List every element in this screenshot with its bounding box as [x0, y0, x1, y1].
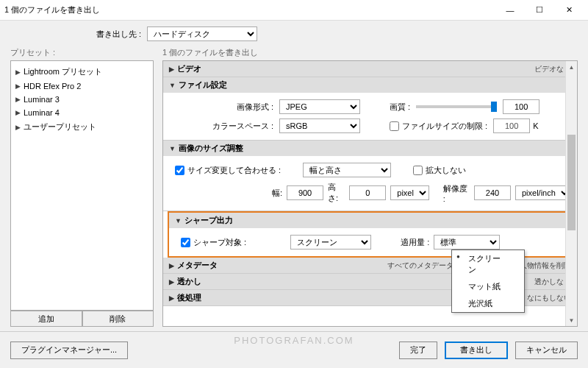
colorspace-select[interactable]: sRGB — [279, 118, 360, 133]
quality-input[interactable] — [503, 99, 539, 114]
preset-item[interactable]: ▶HDR Efex Pro 2 — [14, 79, 150, 93]
scroll-up-icon[interactable]: ▲ — [566, 61, 577, 73]
resolution-input[interactable] — [474, 185, 511, 200]
destination-row: 書き出し先 : ハードディスク — [0, 21, 588, 47]
panel-head[interactable]: ▼ファイル設定 — [163, 77, 577, 93]
expand-icon: ▶ — [15, 124, 21, 131]
add-preset-button[interactable]: 追加 — [10, 311, 82, 327]
vertical-scrollbar[interactable]: ▲ ▼ — [565, 61, 577, 326]
sharpen-checkbox[interactable]: シャープ対象 : — [181, 237, 246, 248]
expand-icon: ▶ — [169, 66, 174, 73]
format-label: 画像形式 : — [169, 102, 279, 113]
expand-icon: ▶ — [169, 262, 174, 269]
collapse-icon: ▼ — [175, 217, 182, 224]
maximize-button[interactable]: ☐ — [525, 0, 554, 21]
destination-select[interactable]: ハードディスク — [147, 26, 257, 41]
panel-area: ▶ビデオビデオなし ▼ファイル設定 画像形式 : JPEG 画質 : カラースペ… — [162, 60, 578, 327]
expand-icon: ▶ — [15, 109, 21, 116]
presets-panel: プリセット : ▶Lightroom プリセット ▶HDR Efex Pro 2… — [10, 47, 154, 327]
resize-checkbox[interactable]: サイズ変更して合わせる : — [175, 165, 281, 176]
preset-list[interactable]: ▶Lightroom プリセット ▶HDR Efex Pro 2 ▶Lumina… — [10, 60, 154, 311]
settings-panels: 1 個のファイルを書き出し ▶ビデオビデオなし ▼ファイル設定 画像形式 : J… — [162, 47, 578, 327]
cancel-button[interactable]: キャンセル — [515, 342, 578, 359]
plugin-manager-button[interactable]: プラグインマネージャー... — [10, 342, 128, 359]
done-button[interactable]: 完了 — [399, 342, 437, 359]
panel-head[interactable]: ▼シャープ出力 — [169, 213, 571, 228]
limit-input — [493, 118, 530, 133]
scroll-down-icon[interactable]: ▼ — [566, 314, 577, 326]
panels-header: 1 個のファイルを書き出し — [162, 47, 578, 60]
preset-item[interactable]: ▶Luminar 3 — [14, 93, 150, 106]
width-input[interactable] — [287, 185, 323, 200]
dropdown-option[interactable]: スクリーン — [452, 250, 524, 278]
expand-icon: ▶ — [15, 82, 21, 90]
noenlarge-checkbox[interactable]: 拡大しない — [413, 165, 466, 176]
format-select[interactable]: JPEG — [279, 99, 360, 114]
unit-select[interactable]: pixel — [390, 185, 429, 200]
window-title: 1 個のファイルを書き出し — [4, 4, 495, 15]
close-button[interactable]: ✕ — [554, 0, 584, 21]
panel-head[interactable]: ▶ビデオビデオなし — [163, 61, 577, 77]
res-unit-select[interactable]: pixel/inch — [515, 185, 571, 200]
sharpen-target-dropdown[interactable]: スクリーン マット紙 光沢紙 — [451, 250, 525, 313]
window-controls: — ☐ ✕ — [495, 0, 584, 21]
footer: プラグインマネージャー... 完了 書き出し キャンセル — [0, 331, 588, 368]
scroll-thumb[interactable] — [567, 135, 576, 230]
preset-item[interactable]: ▶Lightroom プリセット — [14, 64, 150, 79]
minimize-button[interactable]: — — [495, 0, 525, 21]
expand-icon: ▶ — [15, 68, 21, 76]
collapse-icon: ▼ — [169, 82, 176, 89]
quality-label: 画質 : — [390, 102, 410, 113]
titlebar: 1 個のファイルを書き出し — ☐ ✕ — [0, 0, 588, 21]
destination-label: 書き出し先 : — [0, 29, 147, 40]
colorspace-label: カラースペース : — [169, 121, 279, 132]
preset-buttons: 追加 削除 — [10, 311, 154, 327]
export-button[interactable]: 書き出し — [445, 342, 508, 359]
panel-head[interactable]: ▼画像のサイズ調整 — [163, 141, 577, 156]
limit-checkbox[interactable]: ファイルサイズの制限 : — [390, 121, 487, 132]
panel-file-settings: ▼ファイル設定 画像形式 : JPEG 画質 : カラースペース : sRGB — [163, 77, 577, 141]
sharpen-amount-select[interactable]: 標準 — [434, 235, 500, 250]
preset-item[interactable]: ▶ユーザープリセット — [14, 119, 150, 135]
preset-item[interactable]: ▶Luminar 4 — [14, 106, 150, 119]
panel-sizing: ▼画像のサイズ調整 サイズ変更して合わせる : 幅と高さ 拡大しない 幅: 高さ… — [163, 141, 577, 211]
expand-icon: ▶ — [169, 278, 174, 286]
height-input[interactable] — [349, 185, 386, 200]
dropdown-option[interactable]: マット紙 — [452, 278, 524, 295]
expand-icon: ▶ — [15, 96, 21, 103]
sharpen-target-select[interactable]: スクリーン — [290, 235, 371, 250]
panel-video: ▶ビデオビデオなし — [163, 61, 577, 77]
presets-header: プリセット : — [10, 47, 154, 60]
quality-slider[interactable] — [416, 105, 497, 108]
dropdown-option[interactable]: 光沢紙 — [452, 295, 524, 312]
resize-mode-select[interactable]: 幅と高さ — [303, 163, 391, 177]
remove-preset-button[interactable]: 削除 — [82, 311, 154, 327]
collapse-icon: ▼ — [169, 145, 176, 152]
expand-icon: ▶ — [169, 294, 174, 302]
